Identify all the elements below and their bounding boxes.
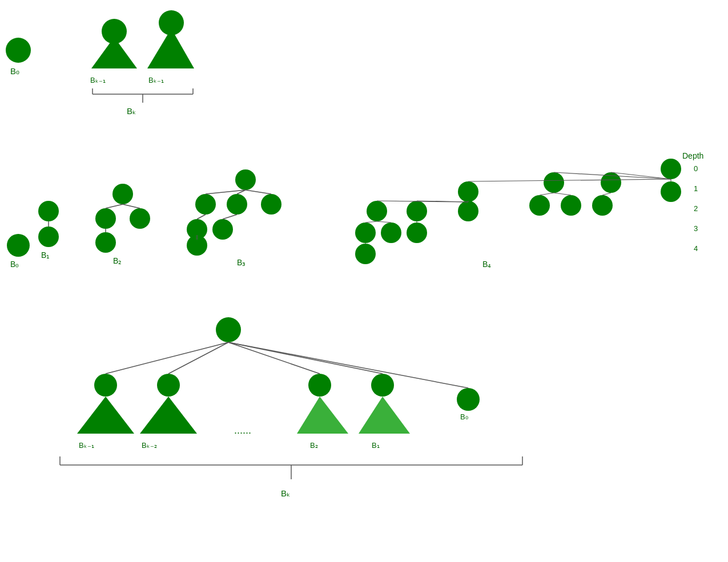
mid-b4-d3-3 <box>407 223 427 243</box>
mid-b3-l3 <box>246 190 271 194</box>
bot-b0-label: B₀ <box>460 413 468 421</box>
mid-b2-label: B₂ <box>113 256 122 265</box>
mid-b2-c2 <box>130 208 150 229</box>
mid-b4-d1-2-line2 <box>554 193 571 195</box>
bot-b2-circle <box>308 374 331 397</box>
bot-bk1-triangle <box>77 397 134 434</box>
bk1-right-label: Bₖ₋₁ <box>148 76 164 84</box>
mid-b4-root <box>661 159 681 179</box>
mid-b0-label: B₀ <box>10 260 19 269</box>
mid-b3-ll2-line <box>223 215 237 219</box>
mid-b1-child <box>38 227 59 247</box>
mid-b4-d1-2 <box>544 172 564 193</box>
depth-2: 2 <box>694 204 698 213</box>
mid-b3-rc <box>261 194 281 215</box>
mid-b4-r-d1-1 <box>468 179 671 181</box>
mid-b3-ll2 <box>212 219 233 240</box>
bot-root <box>216 317 241 342</box>
mid-b3-l1 <box>206 190 246 194</box>
bot-line-b0 <box>228 342 468 388</box>
mid-b4-d1-1 <box>458 181 478 202</box>
bot-b1-triangle <box>359 397 410 434</box>
bot-bk2-triangle <box>140 397 197 434</box>
bot-bk2-label: Bₖ₋₂ <box>142 441 157 450</box>
bot-b2-label: B₂ <box>310 441 318 450</box>
bot-bk2-circle <box>157 374 180 397</box>
mid-b4-d2-5 <box>561 195 581 216</box>
mid-b1-root <box>38 201 59 221</box>
mid-b4-d1-3-line1 <box>602 193 611 195</box>
mid-b4-d2-6 <box>592 195 613 216</box>
bot-b1-label: B₁ <box>372 441 380 450</box>
bot-b1-circle <box>371 374 394 397</box>
bot-b2-triangle <box>297 397 348 434</box>
mid-b4-d2-3 <box>458 201 478 221</box>
mid-b3-root <box>235 169 256 190</box>
mid-b4-d3-1 <box>355 223 376 243</box>
depth-4: 4 <box>694 244 698 253</box>
mid-b4-d3-2 <box>381 223 401 243</box>
mid-b4-d1-2-line1 <box>540 193 554 195</box>
mid-b2-c3 <box>95 232 116 253</box>
mid-b4-d2-1-line2 <box>377 221 391 223</box>
bot-line-bk2 <box>168 342 228 374</box>
mid-b3-label: B₃ <box>237 258 246 267</box>
mid-b2-line2 <box>123 204 140 208</box>
mid-b3-lc <box>195 194 216 215</box>
b0-top-label: B₀ <box>10 66 19 76</box>
bot-ellipsis: ...... <box>234 424 251 436</box>
bk1-right-triangle <box>147 29 194 68</box>
bot-line-bk1 <box>106 342 228 374</box>
bot-bk1-circle <box>94 374 117 397</box>
mid-b2-root <box>112 184 133 204</box>
bot-b0-circle <box>457 388 480 411</box>
mid-b3-ll1-line <box>197 215 206 219</box>
mid-b1-label: B₁ <box>41 250 50 260</box>
b0-node <box>6 38 31 63</box>
mid-b2-line1 <box>106 204 123 208</box>
bk1-left-label: Bₖ₋₁ <box>90 76 106 84</box>
mid-b4-d4-1 <box>355 244 376 264</box>
depth-3: 3 <box>694 224 698 233</box>
bot-bk-label: Bₖ <box>281 488 290 498</box>
depth-0: 0 <box>694 164 698 173</box>
mid-b4-d1-4 <box>661 181 681 202</box>
bk-top-label: Bₖ <box>127 106 136 116</box>
mid-b4-d2-2 <box>407 201 427 221</box>
bk1-left-triangle <box>91 37 137 68</box>
mid-b4-d2-4 <box>529 195 550 216</box>
mid-b2-c1 <box>95 208 116 229</box>
depth-label: Depth <box>682 151 703 160</box>
depth-1: 1 <box>694 184 698 193</box>
bot-bk1-label: Bₖ₋₁ <box>79 441 94 450</box>
mid-b0-node <box>7 234 30 257</box>
mid-b4-label: B₄ <box>482 260 491 269</box>
mid-b3-mc <box>227 194 247 215</box>
mid-b4-d2-1-line1 <box>365 221 377 223</box>
mid-b4-d2-1 <box>367 201 387 221</box>
